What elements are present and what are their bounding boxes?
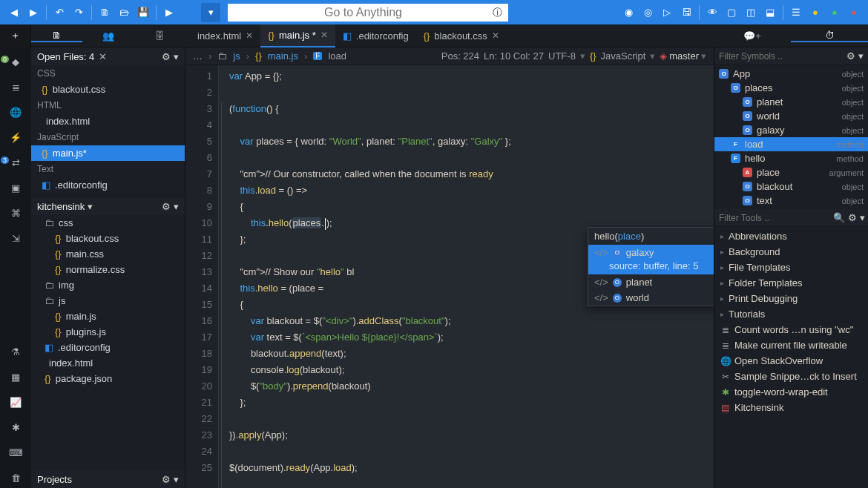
activity-share[interactable]: ⇲ [4,228,27,248]
tree-file[interactable]: {}package.json [31,371,185,386]
tree-file[interactable]: {}blackout.css [31,231,185,246]
tool-item[interactable]: ▸Tutorials [714,306,868,322]
autocomplete-item[interactable]: </>Ogalaxyobject [588,245,714,260]
right-panel-tab-chat[interactable]: 💬+ [714,30,791,42]
forward-button[interactable]: ▶ [24,3,43,22]
activity-star[interactable]: ✱ [4,418,27,438]
goto-anything-input[interactable] [234,6,493,19]
code-area[interactable]: 1234567891011121314151617181920212223242… [185,65,714,488]
open-file-button[interactable]: 🗁 [114,3,134,22]
symbols-dropdown-icon[interactable]: ▾ [858,50,864,62]
activity-globe[interactable]: 🌐 [4,102,27,122]
symbols-gear-icon[interactable]: ⚙ [846,50,855,62]
play-macro-button[interactable]: ▷ [657,3,677,22]
open-files-dropdown-icon[interactable]: ▾ [174,51,179,62]
symbol-item[interactable]: Aplaceargument [714,165,868,179]
undo-button[interactable]: ↶ [50,3,69,22]
tools-filter-input[interactable] [719,213,830,223]
tree-file[interactable]: ◧.editorconfig [31,340,185,355]
tab-close-icon[interactable]: ✕ [246,30,253,41]
symbol-item[interactable]: Oblackoutobject [714,179,868,194]
save-button[interactable]: 💾 [134,3,153,22]
symbol-item[interactable]: Oworldobject [714,109,868,123]
activity-terminal[interactable]: ⌨ [4,444,27,463]
tree-file[interactable]: {}plugins.js [31,324,185,340]
activity-bolt[interactable]: ⚡ [4,128,27,147]
panel-tab-database[interactable]: 🗄 [134,30,185,42]
activity-trash[interactable]: 🗑 [4,469,27,488]
preview-button[interactable]: 👁 [703,3,722,22]
gutter[interactable]: 1234567891011121314151617181920212223242… [190,65,218,488]
run-button[interactable]: ▶ [160,3,179,22]
autocomplete-item[interactable]: </>Oworldobject [588,290,714,306]
tools-gear-icon[interactable]: ⚙ [848,212,857,223]
open-files-close-icon[interactable]: ✕ [99,51,107,62]
layout-split-h-button[interactable]: ⬓ [760,3,780,22]
layout-split-v-button[interactable]: ◫ [741,3,760,22]
panel-tab-files[interactable]: 🗎 [31,30,82,42]
activity-chart[interactable]: 📈 [4,393,27,412]
symbol-item[interactable]: Otextobject [714,194,868,208]
tree-folder[interactable]: 🗀css [31,215,185,231]
tree-file[interactable]: {}normalize.css [31,262,185,277]
tree-file[interactable]: {}main.js [31,309,185,324]
activity-regex[interactable]: ▦ [4,368,27,387]
editor-tab[interactable]: ◧.editorconfig [335,24,416,47]
tools-search-icon[interactable]: 🔍 [833,212,845,223]
activity-source[interactable]: 3⇄ [4,153,27,172]
status-encoding[interactable]: UTF-8 [548,50,576,62]
new-file-button[interactable]: 🗎 [95,3,114,22]
symbol-item[interactable]: Fhellomethod [714,151,868,165]
stop-record-button[interactable]: ◎ [638,3,657,22]
editor-tab[interactable]: {}blackout.css✕ [416,24,507,47]
tree-folder[interactable]: 🗀js [31,293,185,309]
tab-close-icon[interactable]: ✕ [492,30,499,41]
redo-button[interactable]: ↷ [69,3,88,22]
autocomplete-item[interactable]: </>Oplanetobject [588,274,714,290]
editor-tab[interactable]: {}main.js *✕ [260,24,335,47]
tool-item[interactable]: ≣Count words …n using "wc" [714,322,868,337]
breadcrumb-ellipsis[interactable]: … [193,50,203,62]
breadcrumb-file[interactable]: main.js [268,50,298,62]
project-gear-icon[interactable]: ⚙ [162,201,171,212]
tool-item[interactable]: ▸Folder Templates [714,275,868,291]
project-dropdown-icon[interactable]: ▾ [88,201,93,212]
status-language[interactable]: JavaScript [601,50,646,62]
projects-dropdown-icon[interactable]: ▾ [174,474,179,485]
tools-dropdown-icon[interactable]: ▾ [860,212,865,223]
dropdown-button[interactable]: ▾ [201,3,220,22]
symbol-item[interactable]: Oplacesobject [714,81,868,95]
activity-command[interactable]: ⌘ [4,203,27,222]
tool-item[interactable]: ≣Make current file writeable [714,337,868,353]
tool-item[interactable]: ✂Sample Snippe…ck to Insert [714,369,868,384]
breadcrumb-folder[interactable]: js [233,50,240,62]
status-branch[interactable]: ◈master▾ [660,50,706,62]
tool-item[interactable]: ▸Abbreviations [714,228,868,244]
save-macro-button[interactable]: 🖫 [677,3,696,22]
activity-flask[interactable]: ⚗ [4,343,27,362]
open-file-item[interactable]: ◧.editorconfig [31,177,185,193]
goto-anything-box[interactable]: ⓘ [228,4,508,22]
editor-tab[interactable]: index.html✕ [185,24,260,47]
symbol-item[interactable]: Ogalaxyobject [714,123,868,137]
symbol-item[interactable]: Floadmethod [714,137,868,151]
tool-item[interactable]: ▸File Templates [714,260,868,275]
minimize-button[interactable]: ● [806,3,825,22]
activity-object[interactable]: ▣ [4,178,27,197]
menu-button[interactable]: ☰ [786,3,806,22]
open-file-item[interactable]: index.html [31,113,185,129]
close-button[interactable]: ● [844,3,864,22]
panel-tab-collab[interactable]: 👥 [82,30,134,42]
tool-item[interactable]: ✱toggle-word-wrap-edit [714,384,868,400]
tree-folder[interactable]: 🗀img [31,277,185,293]
open-files-gear-icon[interactable]: ⚙ [162,51,171,62]
tree-file[interactable]: {}main.css [31,246,185,262]
symbol-item[interactable]: OAppobject [714,67,868,81]
tool-item[interactable]: ▸Print Debugging [714,291,868,306]
projects-header[interactable]: Projects ⚙ ▾ [31,470,185,488]
record-button[interactable]: ◉ [619,3,638,22]
maximize-button[interactable]: ● [825,3,844,22]
activity-list[interactable]: ≣ [4,77,27,96]
right-panel-tab-clock[interactable]: ⏱ [791,30,868,42]
activity-layers[interactable]: 0◆ [4,52,27,71]
